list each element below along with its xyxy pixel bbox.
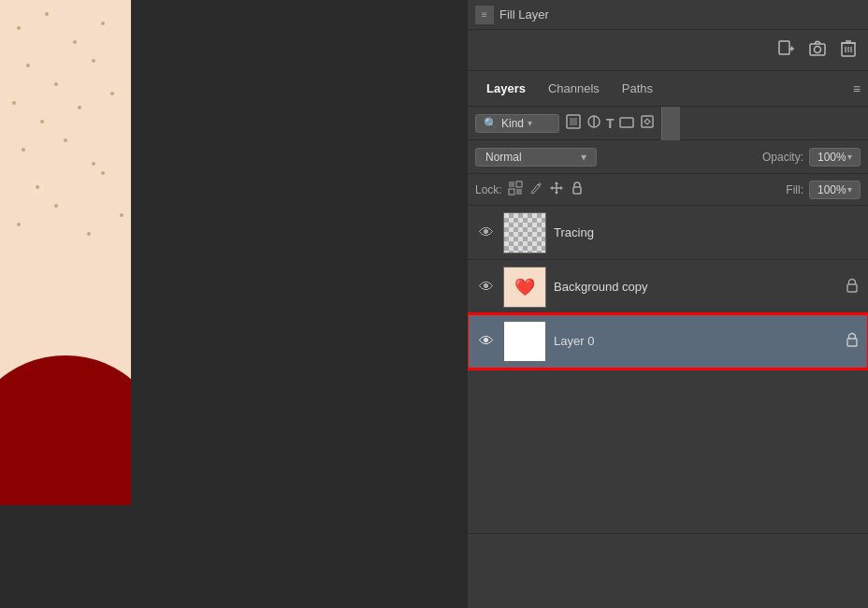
kind-label: Kind [501, 117, 524, 130]
kind-filter-row: 🔍 Kind ▾ T [468, 107, 868, 140]
fill-chevron-icon: ▾ [847, 184, 852, 195]
opacity-val: 100% [817, 151, 846, 164]
panel-top-bar: ≡ Fill Layer [468, 0, 868, 30]
layer-item-background-copy[interactable]: 👁 ❤️ Background copy [468, 260, 868, 314]
search-icon: 🔍 [484, 117, 498, 130]
blend-mode-value: Normal [485, 151, 522, 164]
adjustment-filter-icon[interactable] [586, 113, 602, 133]
layer-item-tracing[interactable]: 👁 Tracing [468, 206, 868, 260]
svg-rect-16 [642, 116, 653, 127]
layer-lock-icon-layer0 [846, 332, 859, 350]
tab-channels[interactable]: Channels [537, 76, 611, 101]
artwork [0, 0, 131, 505]
fill-input[interactable]: 100% ▾ [809, 181, 861, 199]
blend-mode-dropdown[interactable]: Normal ▾ [475, 148, 597, 166]
filter-icons: T [565, 113, 656, 133]
layer-visibility-icon[interactable]: 👁 [477, 333, 496, 350]
shape-filter-icon[interactable] [618, 113, 635, 133]
layer-thumbnail-background-copy: ❤️ [503, 267, 546, 308]
layers-list: 👁 Tracing 👁 ❤️ Background copy 👁 Layer 0 [468, 206, 868, 533]
svg-rect-12 [570, 118, 577, 125]
camera-icon[interactable] [808, 39, 827, 62]
fill-label-text: Fill: [786, 183, 803, 196]
blend-opacity-row: Normal ▾ Opacity: 100% ▾ [468, 140, 868, 174]
texture-dots [0, 0, 131, 281]
svg-point-4 [815, 46, 821, 52]
svg-rect-28 [847, 284, 857, 292]
panel-bottom [468, 533, 868, 608]
add-layer-icon[interactable] [776, 39, 795, 62]
blend-chevron-icon: ▾ [581, 151, 586, 164]
layer-thumbnail-layer0 [503, 321, 546, 362]
opacity-label: Opacity: [762, 151, 803, 164]
layers-panel: ≡ Fill Layer [468, 0, 868, 608]
svg-rect-19 [509, 189, 514, 195]
kind-dropdown[interactable]: 🔍 Kind ▾ [475, 114, 559, 133]
svg-rect-18 [516, 181, 522, 187]
fill-layer-label: Fill Layer [499, 7, 549, 22]
layer-visibility-icon[interactable]: 👁 [477, 279, 496, 296]
layer-lock-icon-bg-copy [846, 278, 859, 296]
svg-marker-24 [555, 192, 558, 195]
panel-menu-button[interactable]: ≡ [853, 81, 861, 96]
layer-name-background-copy: Background copy [554, 280, 838, 294]
type-filter-icon[interactable]: T [606, 116, 615, 131]
lock-pixels-icon[interactable] [508, 181, 523, 199]
layer-thumbnail-tracing [503, 212, 546, 253]
lock-paint-icon[interactable] [528, 181, 543, 199]
tab-layers[interactable]: Layers [475, 76, 537, 101]
lock-fill-row: Lock: Fill: 100% ▾ [468, 174, 868, 206]
red-circle [0, 355, 131, 505]
layer-name-tracing: Tracing [554, 225, 859, 239]
layer-visibility-icon[interactable]: 👁 [477, 224, 496, 241]
trash-icon[interactable] [840, 39, 857, 62]
smart-filter-icon[interactable] [639, 113, 656, 133]
svg-rect-17 [509, 181, 514, 187]
svg-rect-27 [573, 187, 581, 194]
tab-paths[interactable]: Paths [611, 76, 664, 101]
lock-all-icon[interactable] [570, 181, 585, 199]
fill-layer-icon: ≡ [475, 6, 494, 24]
opacity-chevron-icon: ▾ [847, 152, 852, 162]
svg-marker-23 [555, 181, 558, 184]
layer-name-layer0: Layer 0 [554, 334, 838, 348]
pixel-filter-icon[interactable] [565, 113, 582, 133]
svg-rect-15 [620, 118, 633, 127]
svg-rect-0 [779, 41, 789, 54]
opacity-input[interactable]: 100% ▾ [809, 148, 861, 166]
lock-move-icon[interactable] [549, 181, 564, 199]
svg-marker-25 [550, 186, 553, 190]
layer-item-layer0[interactable]: 👁 Layer 0 [468, 314, 868, 369]
layer-icon-toolbar [468, 30, 868, 71]
fill-val: 100% [817, 183, 846, 196]
svg-rect-29 [847, 339, 857, 346]
svg-marker-26 [560, 186, 563, 190]
svg-rect-20 [516, 189, 522, 195]
lock-icons-group [508, 181, 585, 199]
kind-extra-btn[interactable] [661, 107, 680, 140]
tabs-row: Layers Channels Paths ≡ [468, 71, 868, 107]
kind-chevron: ▾ [528, 118, 532, 128]
lock-label-text: Lock: [475, 183, 502, 196]
canvas-area [0, 0, 468, 608]
